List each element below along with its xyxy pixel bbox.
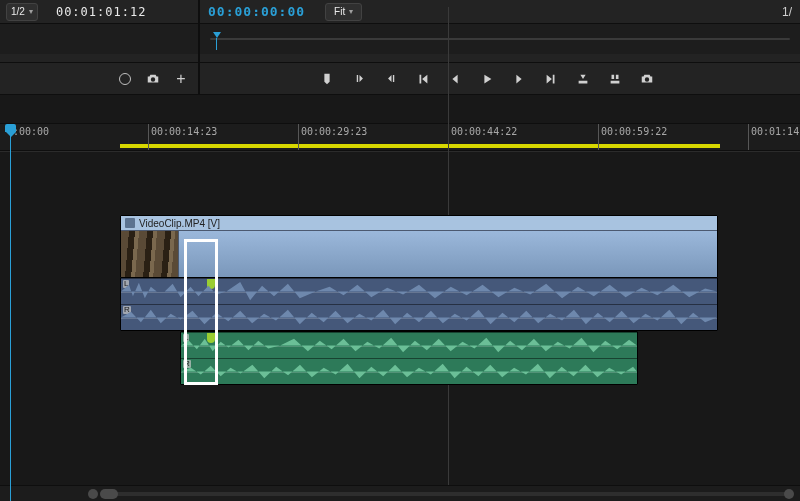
audio-waveform-right: R <box>121 304 717 330</box>
video-clip-body <box>121 231 717 277</box>
program-mini-playhead[interactable] <box>210 34 220 44</box>
fx-badge-icon <box>125 218 135 228</box>
clip-header: VideoClip.MP4 [V] <box>121 216 717 231</box>
ruler-tick <box>748 124 749 150</box>
program-mini-ruler[interactable] <box>210 38 790 40</box>
video-thumbnail <box>121 231 179 277</box>
step-back-icon[interactable] <box>448 72 462 86</box>
audio-clip-linked[interactable]: L R <box>120 277 718 331</box>
scroll-track[interactable] <box>100 492 790 496</box>
program-page-indicator: 1/ <box>782 5 792 19</box>
program-zoom-dropdown[interactable]: Fit ▾ <box>325 3 362 21</box>
video-clip[interactable]: VideoClip.MP4 [V] <box>120 215 718 278</box>
ruler-tick <box>148 124 149 150</box>
mark-in-icon[interactable] <box>352 72 366 86</box>
source-zoom-dropdown[interactable]: 1/2 ▾ <box>6 3 38 21</box>
export-frame-icon[interactable] <box>640 72 654 86</box>
source-timecode[interactable]: 00:01:01:12 <box>56 5 146 19</box>
program-monitor-panel: 00:00:00:00 Fit ▾ 1/ <box>200 0 800 95</box>
program-zoom-value: Fit <box>334 6 345 17</box>
ruler-tick <box>598 124 599 150</box>
step-forward-icon[interactable] <box>512 72 526 86</box>
extract-icon[interactable] <box>608 72 622 86</box>
lift-icon[interactable] <box>576 72 590 86</box>
ruler-tick-label: 00:00:14:23 <box>151 126 217 137</box>
scroll-end-right[interactable] <box>784 489 794 499</box>
chevron-down-icon: ▾ <box>349 7 353 16</box>
program-header-row: 00:00:00:00 Fit ▾ 1/ <box>200 0 800 24</box>
work-area-bar[interactable] <box>120 144 720 148</box>
clip-title: VideoClip.MP4 [V] <box>139 218 220 229</box>
camera-icon[interactable] <box>146 72 160 86</box>
source-monitor-panel: 1/2 ▾ 00:01:01:12 + <box>0 0 198 95</box>
source-zoom-value: 1/2 <box>11 6 25 17</box>
source-scrub-bar[interactable] <box>0 24 198 54</box>
play-icon[interactable] <box>480 72 494 86</box>
ruler-tick-label: 00:00:44:22 <box>451 126 517 137</box>
chevron-down-icon: ▾ <box>29 7 33 16</box>
goto-in-icon[interactable] <box>416 72 430 86</box>
marker-icon[interactable] <box>320 72 334 86</box>
playhead[interactable] <box>10 124 11 501</box>
timeline-panel: :00:0000:00:14:2300:00:29:2300:00:44:220… <box>0 95 800 501</box>
program-scrub-bar[interactable] <box>200 24 800 54</box>
program-timecode[interactable]: 00:00:00:00 <box>208 4 305 19</box>
timeline-horizontal-scrollbar[interactable] <box>0 485 800 501</box>
program-transport-bar <box>200 62 800 94</box>
source-transport-bar: + <box>0 62 198 94</box>
audio-clip-external[interactable]: L R <box>180 331 638 385</box>
circle-icon[interactable] <box>118 72 132 86</box>
scroll-end-left[interactable] <box>88 489 98 499</box>
ruler-tick-label: :00:00 <box>13 126 49 137</box>
source-header-row: 1/2 ▾ 00:01:01:12 <box>0 0 198 24</box>
ruler-tick <box>298 124 299 150</box>
plus-icon[interactable]: + <box>174 72 188 86</box>
audio-waveform-right: R <box>181 358 637 384</box>
audio-waveform-left: L <box>181 332 637 358</box>
goto-out-icon[interactable] <box>544 72 558 86</box>
ruler-tick-label: 00:01:14:22 <box>751 126 800 137</box>
mark-out-icon[interactable] <box>384 72 398 86</box>
ruler-tick-label: 00:00:59:22 <box>601 126 667 137</box>
timeline-ruler[interactable]: :00:0000:00:14:2300:00:29:2300:00:44:220… <box>0 123 800 151</box>
scroll-thumb[interactable] <box>100 489 118 499</box>
audio-waveform-left: L <box>121 278 717 304</box>
ruler-tick-label: 00:00:29:23 <box>301 126 367 137</box>
